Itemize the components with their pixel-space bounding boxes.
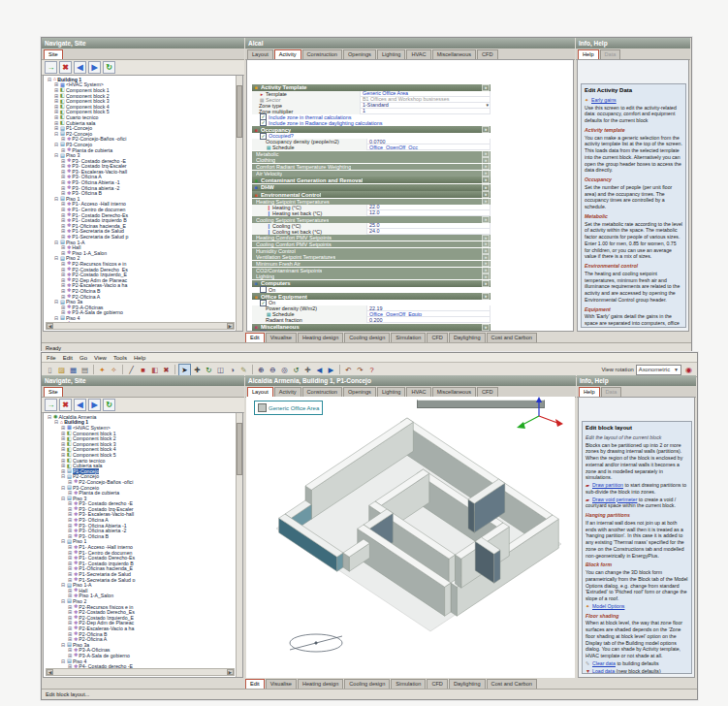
- section-header-office-equipment[interactable]: ■Office Equipment»: [252, 293, 491, 300]
- expand-collapse-icon[interactable]: »: [482, 191, 490, 198]
- building-axonometric-view[interactable]: [246, 397, 575, 678]
- zoom-fit-icon[interactable]: ◎: [279, 365, 290, 375]
- add-block-icon[interactable]: ■: [138, 365, 148, 375]
- back-icon[interactable]: ◀: [74, 399, 86, 411]
- tab-activity[interactable]: Activity: [274, 387, 301, 397]
- tab-cfd[interactable]: CFD: [427, 333, 448, 342]
- section-header-dhw[interactable]: ■DHW»: [252, 184, 491, 191]
- tab-heating-design[interactable]: Heating design: [298, 333, 343, 342]
- scroll-left-icon[interactable]: ◀: [47, 323, 53, 329]
- model-options-icon[interactable]: ✦: [97, 365, 108, 375]
- section-header-computers[interactable]: ■Computers»: [252, 280, 491, 287]
- help-icon[interactable]: ?: [366, 365, 377, 375]
- tab-daylighting[interactable]: Daylighting: [449, 679, 486, 689]
- tab-layout[interactable]: Layout: [247, 387, 273, 397]
- component-block-slab[interactable]: [417, 400, 545, 408]
- previous-view-icon[interactable]: ◀: [314, 365, 325, 375]
- clone-block-icon[interactable]: ◧: [149, 365, 160, 375]
- tab-cooling-design[interactable]: Cooling design: [344, 333, 390, 342]
- expand-collapse-icon[interactable]: »: [482, 176, 490, 183]
- section-header-miscellaneous[interactable]: ■Miscellaneous»: [252, 324, 491, 331]
- tab-daylighting[interactable]: Daylighting: [449, 333, 486, 342]
- expand-collapse-icon[interactable]: »: [482, 324, 490, 331]
- section-header-air-velocity[interactable]: Air Velocity»: [252, 171, 491, 176]
- section-header-lighting[interactable]: Lighting»: [252, 273, 491, 279]
- field-value-radiant-fraction[interactable]: 0.200: [366, 317, 491, 323]
- open-folder-icon[interactable]: ▨: [56, 365, 67, 375]
- help-link-early-gains[interactable]: Early gains: [591, 97, 617, 103]
- menu-go[interactable]: Go: [79, 355, 87, 361]
- section-header-ventilation-setpoint-temperatures[interactable]: Ventilation Setpoint Temperatures»: [252, 254, 491, 260]
- field-value-zone-multiplier[interactable]: 1: [360, 109, 491, 114]
- tab-cost-and-carbon[interactable]: Cost and Carbon: [487, 333, 537, 342]
- section-header-metabolic[interactable]: Metabolic»: [252, 151, 491, 157]
- add-new-item-icon[interactable]: →: [45, 399, 57, 411]
- draw-line-icon[interactable]: ╱: [126, 365, 137, 375]
- help-link-model-options[interactable]: Model Options: [592, 603, 624, 609]
- checkbox-checked[interactable]: ✓: [260, 119, 267, 126]
- tab-visualise[interactable]: Visualise: [266, 679, 297, 689]
- expand-collapse-icon[interactable]: »: [482, 170, 490, 176]
- section-header-contaminant-generation-and-removal[interactable]: ■Contaminant Generation and Removal»: [252, 176, 491, 183]
- tree-horizontal-scrollbar[interactable]: ◀▶: [46, 668, 235, 676]
- tab-simulation[interactable]: Simulation: [391, 679, 426, 689]
- copy-icon[interactable]: ◫: [215, 365, 226, 375]
- orbit-icon[interactable]: ↺: [291, 365, 301, 375]
- record-view-icon[interactable]: ◉: [683, 365, 694, 375]
- tab-miscellaneous[interactable]: Miscellaneous: [432, 387, 476, 397]
- model-3d-canvas[interactable]: Generic Office Area: [246, 397, 575, 678]
- tab-edit[interactable]: Edit: [245, 679, 265, 689]
- scroll-right-icon[interactable]: ▶: [227, 669, 234, 675]
- expand-collapse-icon[interactable]: »: [482, 273, 490, 280]
- dropdown-arrow-icon[interactable]: ▾: [486, 103, 489, 109]
- scroll-left-icon[interactable]: ◀: [47, 669, 53, 675]
- forward-icon[interactable]: ▶: [88, 61, 101, 74]
- add-new-item-icon[interactable]: →: [45, 61, 57, 74]
- tab-visualise[interactable]: Visualise: [266, 333, 297, 342]
- expand-collapse-icon[interactable]: »: [482, 293, 490, 300]
- section-header-co2-contaminant-setpoints[interactable]: CO2/Contaminant Setpoints»: [252, 268, 491, 273]
- tab-cost-and-carbon[interactable]: Cost and Carbon: [487, 679, 537, 689]
- expand-collapse-icon[interactable]: »: [482, 84, 490, 91]
- tab-simulation[interactable]: Simulation: [391, 333, 426, 342]
- measure-icon[interactable]: ✎: [238, 365, 249, 375]
- tab-hvac[interactable]: HVAC: [406, 387, 430, 397]
- new-file-icon[interactable]: ▯: [45, 365, 55, 375]
- forward-icon[interactable]: ▶: [88, 399, 101, 411]
- tree-vertical-scrollbar[interactable]: [236, 76, 242, 331]
- tab-hvac[interactable]: HVAC: [406, 49, 430, 59]
- tab-cfd[interactable]: CFD: [477, 387, 498, 397]
- tab-openings[interactable]: Openings: [343, 387, 376, 397]
- expand-collapse-icon[interactable]: »: [482, 126, 490, 133]
- section-header-comfort-radiant-temperature-weighting[interactable]: Comfort Radiant Temperature Weighting»: [252, 164, 491, 170]
- tab-data[interactable]: Data: [601, 387, 622, 397]
- zoom-in-icon[interactable]: ⊕: [256, 365, 267, 375]
- tab-layout[interactable]: Layout: [247, 49, 273, 59]
- menu-view[interactable]: View: [94, 355, 107, 361]
- tab-site[interactable]: Site: [44, 387, 63, 397]
- section-header-cooling-comfort-pmv-setpoints[interactable]: Cooling Comfort PMV Setpoints»: [252, 241, 491, 247]
- select-cursor-icon[interactable]: ➤: [178, 364, 191, 376]
- section-header-clothing[interactable]: Clothing»: [252, 157, 491, 163]
- help-link-draw-partition[interactable]: Draw partition: [592, 482, 623, 488]
- section-header-occupancy[interactable]: ■Occupancy»: [252, 126, 491, 133]
- next-view-icon[interactable]: ▶: [326, 365, 336, 375]
- tree-horizontal-scrollbar[interactable]: ◀▶: [46, 322, 235, 330]
- edit-template-icon[interactable]: ✧: [109, 365, 119, 375]
- tab-site[interactable]: Site: [44, 49, 63, 59]
- print-icon[interactable]: ▤: [79, 365, 90, 375]
- move-icon[interactable]: ✚: [192, 365, 203, 375]
- tab-help[interactable]: Help: [579, 387, 600, 397]
- view-rotation-select[interactable]: Axonometric ▼: [636, 365, 681, 375]
- tab-openings[interactable]: Openings: [343, 49, 376, 59]
- tab-miscellaneous[interactable]: Miscellaneous: [432, 49, 476, 59]
- section-header-humidity-control[interactable]: Humidity Control»: [252, 248, 491, 254]
- section-header-minimum-fresh-air[interactable]: Minimum Fresh Air»: [252, 261, 491, 267]
- help-link-clear-data[interactable]: Clear data: [592, 660, 616, 666]
- delete-item-icon[interactable]: ✖: [59, 61, 72, 74]
- tree-vertical-scrollbar[interactable]: [236, 413, 242, 677]
- tab-help[interactable]: Help: [578, 49, 599, 59]
- tab-construction[interactable]: Construction: [302, 387, 342, 397]
- tab-data[interactable]: Data: [600, 49, 621, 59]
- tab-heating-design[interactable]: Heating design: [298, 679, 343, 689]
